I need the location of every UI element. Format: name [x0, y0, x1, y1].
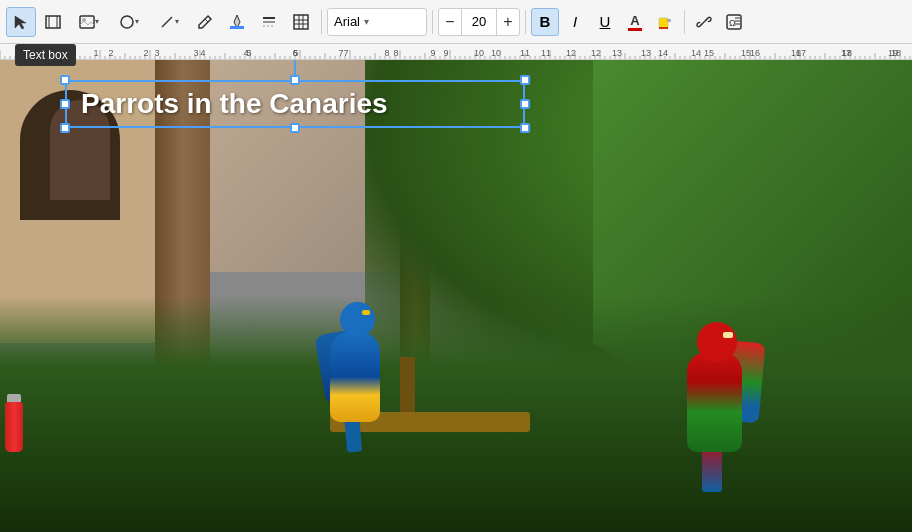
- handle-top-right[interactable]: [520, 75, 530, 85]
- font-size-input[interactable]: [461, 8, 497, 36]
- font-name: Arial: [334, 14, 360, 29]
- link-button[interactable]: [690, 8, 718, 36]
- font-selector[interactable]: Arial ▾: [327, 8, 427, 36]
- svg-rect-12: [294, 15, 308, 29]
- highlight-button[interactable]: [651, 8, 679, 36]
- svg-rect-18: [667, 19, 671, 22]
- handle-top-center[interactable]: [290, 75, 300, 85]
- bold-button[interactable]: B: [531, 8, 559, 36]
- fill-tool[interactable]: [222, 7, 252, 37]
- underline-button[interactable]: U: [591, 8, 619, 36]
- svg-text:Ω: Ω: [729, 18, 736, 28]
- pen-tool[interactable]: [190, 7, 220, 37]
- italic-button[interactable]: I: [561, 8, 589, 36]
- rotation-line: [294, 60, 296, 75]
- parrot-blue-body: [330, 332, 380, 422]
- image-tool[interactable]: ▾: [70, 7, 108, 37]
- text-box-container[interactable]: Parrots in the Canaries: [65, 80, 525, 128]
- canvas-area[interactable]: Parrots in the Canaries: [0, 60, 912, 532]
- separator-4: [684, 10, 685, 34]
- font-size-decrease[interactable]: −: [439, 8, 461, 36]
- toolbar: ▾ ▾ ▾: [0, 0, 912, 44]
- svg-rect-3: [80, 16, 94, 28]
- svg-rect-17: [659, 18, 668, 28]
- handle-bottom-center[interactable]: [290, 123, 300, 133]
- font-size-increase[interactable]: +: [497, 8, 519, 36]
- fire-extinguisher: [5, 402, 23, 452]
- handle-bottom-left[interactable]: [60, 123, 70, 133]
- line-tool[interactable]: ▾: [150, 7, 188, 37]
- parrot-blue-macaw: [320, 302, 400, 422]
- svg-line-20: [701, 19, 707, 25]
- table-tool[interactable]: [286, 7, 316, 37]
- font-dropdown-icon: ▾: [364, 16, 369, 27]
- parrot-blue-head: [340, 302, 375, 337]
- svg-rect-0: [46, 16, 60, 28]
- handle-bottom-right[interactable]: [520, 123, 530, 133]
- select-tool[interactable]: [6, 7, 36, 37]
- ruler-canvas: [0, 44, 912, 60]
- separator-2: [432, 10, 433, 34]
- perch-post: [400, 357, 415, 417]
- textbox-tool[interactable]: [38, 7, 68, 37]
- font-color-button[interactable]: A: [621, 8, 649, 36]
- separator-3: [525, 10, 526, 34]
- ruler: [0, 44, 912, 60]
- text-box-content[interactable]: Parrots in the Canaries: [65, 80, 525, 128]
- handle-mid-right[interactable]: [520, 99, 530, 109]
- parrot-red-body: [687, 352, 742, 452]
- special-char-button[interactable]: Ω: [720, 8, 748, 36]
- border-tool[interactable]: [254, 7, 284, 37]
- handle-top-left[interactable]: [60, 75, 70, 85]
- parrot-red-macaw: [682, 322, 762, 452]
- svg-point-5: [121, 16, 133, 28]
- shape-tool[interactable]: ▾: [110, 7, 148, 37]
- svg-line-6: [162, 17, 172, 27]
- font-size-control: − +: [438, 8, 520, 36]
- separator-1: [321, 10, 322, 34]
- svg-line-7: [205, 19, 208, 22]
- svg-rect-8: [230, 26, 244, 29]
- parrot-red-head: [697, 322, 737, 362]
- handle-mid-left[interactable]: [60, 99, 70, 109]
